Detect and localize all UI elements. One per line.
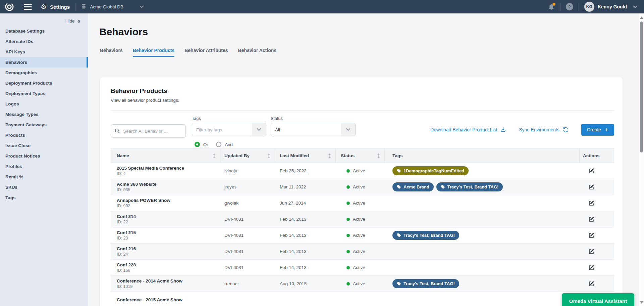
sidebar-item-payment-gateways[interactable]: Payment Gateways [0, 120, 88, 130]
user-name: Kenny Gould [598, 4, 627, 9]
sidebar-item-behaviors[interactable]: Behaviors [0, 57, 88, 68]
sidebar-item-database-settings[interactable]: Database Settings [0, 26, 88, 36]
download-behavior-product-list-link[interactable]: Download Behavior Product List [430, 127, 506, 133]
status-cell: Active [336, 179, 385, 195]
table-row[interactable]: Conference - 2014 Acme ShowID: 1019rrenn… [111, 276, 614, 292]
edit-button[interactable] [588, 281, 594, 287]
database-selector[interactable]: Acme Global DB [81, 3, 144, 10]
create-button[interactable]: Create + [581, 124, 614, 136]
sidebar-item-issue-close[interactable]: Issue Close [0, 140, 88, 151]
sidebar-item-logos[interactable]: Logos [0, 99, 88, 109]
table-row[interactable]: Conference - 2015 Acme Show [111, 292, 614, 306]
scrollbar-track[interactable] [639, 13, 644, 306]
sidebar-item-message-types[interactable]: Message Types [0, 109, 88, 120]
chevron-down-icon [140, 5, 144, 8]
hamburger-menu-icon[interactable] [24, 3, 32, 11]
edit-button[interactable] [588, 232, 594, 238]
edit-icon [588, 265, 594, 271]
main-content: Behaviors BehaviorsBehavior ProductsBeha… [88, 13, 644, 306]
status-dot-icon [346, 169, 350, 173]
edit-button[interactable] [588, 168, 594, 174]
table-row[interactable]: Annapolis POWER ShowID: 992gwolakJun 27,… [111, 195, 614, 211]
notifications-button[interactable] [548, 3, 555, 10]
table-row[interactable]: Conf 216ID: 24DVI-4031Feb 14, 2013Active [111, 244, 614, 260]
sidebar-item-products[interactable]: Products [0, 130, 88, 140]
column-label: Actions [583, 153, 600, 158]
tab-behavior-attributes[interactable]: Behavior Attributes [184, 48, 228, 57]
sidebar-item-tags[interactable]: Tags [0, 192, 88, 203]
hide-sidebar-button[interactable]: Hide « [0, 13, 88, 26]
tag-pill: Tracy's Test, Brand TAG! [436, 182, 503, 191]
tag-pill: Tracy's Test, Brand TAG! [392, 279, 459, 288]
last-modified-cell: Feb 14, 2013 [275, 227, 336, 243]
sidebar-item-product-notices[interactable]: Product Notices [0, 151, 88, 161]
row-id: ID: 23 [117, 235, 128, 241]
status-filter-select[interactable]: All [271, 123, 356, 136]
and-radio[interactable] [216, 142, 221, 147]
status-cell: Active [336, 211, 385, 227]
edit-button[interactable] [588, 249, 594, 255]
omeda-virtual-assistant-button[interactable]: Omeda Virtual Assistant [562, 293, 634, 306]
or-radio[interactable] [195, 142, 200, 147]
sidebar-item-remit[interactable]: Remit % [0, 172, 88, 182]
edit-button[interactable] [588, 184, 594, 190]
actions-cell [580, 195, 614, 211]
edit-button[interactable] [588, 200, 594, 206]
user-menu-chevron-icon[interactable] [633, 5, 637, 8]
table-row[interactable]: Conf 228ID: 166DVI-4031Feb 14, 2013Activ… [111, 260, 614, 276]
edit-icon [588, 232, 594, 238]
column-header-status[interactable]: Status [336, 149, 385, 163]
status-cell [336, 292, 385, 306]
table-row[interactable]: Conf 215ID: 23DVI-4031Feb 14, 2013Active… [111, 227, 614, 244]
edit-icon [588, 200, 594, 206]
sidebar-item-alternate-ids[interactable]: Alternate IDs [0, 36, 88, 47]
table-actions-cluster: Download Behavior Product List Sync Envi… [430, 123, 614, 136]
tags-filter-select[interactable]: Filter by tags [192, 123, 266, 136]
tags-filter-label: Tags [192, 116, 266, 121]
sidebar-item-api-keys[interactable]: API Keys [0, 47, 88, 57]
chevron-down-icon [252, 123, 266, 136]
table-header: NameUpdated ByLast ModifiedStatusTagsAct… [111, 148, 614, 163]
sidebar-item-demographics[interactable]: Demographics [0, 68, 88, 78]
search-input[interactable] [111, 124, 186, 138]
table-row[interactable]: Conf 214ID: 22DVI-4031Feb 14, 2013Active [111, 211, 614, 227]
column-label: Status [341, 153, 355, 158]
edit-button[interactable] [588, 216, 594, 222]
updated-by-cell: gwolak [220, 195, 275, 211]
page-title: Behaviors [99, 26, 644, 38]
column-header-updated-by[interactable]: Updated By [220, 149, 275, 163]
tab-behaviors[interactable]: Behaviors [100, 48, 123, 57]
last-modified-cell: Feb 14, 2013 [275, 260, 336, 275]
column-label: Name [117, 153, 129, 158]
collapse-chevrons-icon: « [77, 18, 80, 24]
sidebar-item-deployment-types[interactable]: Deployment Types [0, 88, 88, 99]
sidebar-item-deployment-products[interactable]: Deployment Products [0, 78, 88, 88]
topbar-divider [560, 3, 560, 11]
tag-icon [397, 281, 401, 286]
scroll-down-button[interactable] [640, 301, 643, 304]
edit-icon [588, 184, 594, 190]
sidebar-item-profiles[interactable]: Profiles [0, 161, 88, 172]
column-label: Updated By [224, 153, 250, 158]
table-row[interactable]: Acme 360 WebsiteID: 935jreyesMar 11, 202… [111, 179, 614, 195]
tab-behavior-actions[interactable]: Behavior Actions [238, 48, 277, 57]
tag-icon [441, 185, 445, 189]
edit-button[interactable] [588, 265, 594, 271]
row-id: ID: 22 [117, 219, 128, 225]
sidebar-item-skus[interactable]: SKUs [0, 182, 88, 192]
help-icon[interactable]: ? [566, 3, 573, 10]
behavior-products-table: NameUpdated ByLast ModifiedStatusTagsAct… [111, 148, 614, 306]
last-modified-cell: Feb 25, 2022 [275, 163, 336, 179]
table-row[interactable]: 2015 Special Media ConferenceID: 4lvinaj… [111, 163, 614, 179]
status-dot-icon [346, 282, 350, 286]
row-id: ID: 992 [117, 203, 130, 209]
sync-environments-link[interactable]: Sync Environments [519, 127, 569, 133]
sync-icon [562, 127, 569, 133]
tab-behavior-products[interactable]: Behavior Products [133, 48, 174, 57]
row-id: ID: 24 [117, 252, 128, 257]
column-header-last-modified[interactable]: Last Modified [275, 149, 336, 163]
scroll-up-button[interactable] [640, 16, 643, 19]
updated-by-cell: rrenner [220, 276, 275, 292]
scrollbar-thumb[interactable] [640, 21, 643, 152]
column-header-name[interactable]: Name [111, 149, 220, 163]
